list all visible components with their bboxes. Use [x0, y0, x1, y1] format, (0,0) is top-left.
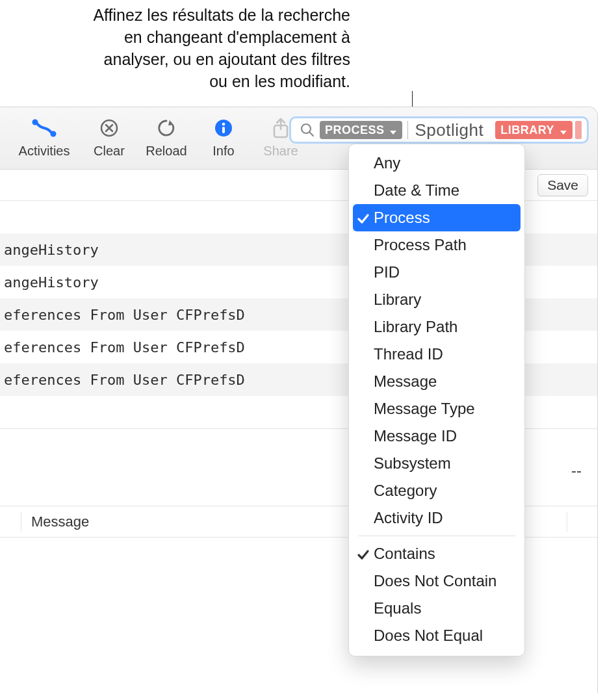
menu-item[interactable]: Process Path: [353, 231, 521, 259]
menu-item[interactable]: Process: [353, 204, 521, 231]
search-value-text: Spotlight: [415, 120, 483, 140]
callout-line: ou en les modifiant.: [209, 72, 350, 90]
menu-item[interactable]: Message: [353, 368, 521, 395]
menu-item[interactable]: Does Not Contain: [353, 567, 521, 595]
menu-item[interactable]: Library: [353, 286, 521, 313]
menu-item[interactable]: Contains: [353, 540, 521, 567]
activities-icon: [31, 116, 57, 140]
callout-line: analyser, ou en ajoutant des filtres: [104, 50, 350, 68]
menu-item[interactable]: Message ID: [353, 422, 521, 450]
svg-rect-5: [222, 127, 225, 133]
log-text: angeHistory: [4, 242, 99, 258]
search-field[interactable]: PROCESS Spotlight LIBRARY: [289, 116, 589, 144]
check-icon: [357, 547, 370, 560]
menu-item-label: Message: [374, 372, 437, 391]
menu-item[interactable]: Message Type: [353, 395, 521, 422]
menu-item-label: Message Type: [374, 400, 475, 418]
menu-item[interactable]: Date & Time: [353, 177, 521, 204]
info-label: Info: [212, 144, 234, 159]
menu-item[interactable]: Category: [353, 477, 521, 504]
log-text: eferences From User CFPrefsD: [4, 339, 245, 356]
reload-label: Reload: [146, 144, 187, 159]
share-label: Share: [263, 144, 298, 159]
filter-token-library-label: LIBRARY: [500, 123, 554, 137]
menu-item[interactable]: Thread ID: [353, 341, 521, 368]
log-text: eferences From User CFPrefsD: [4, 372, 245, 388]
filter-token-process-label: PROCESS: [325, 123, 385, 137]
callout-line: en changeant d'emplacement à: [124, 28, 350, 46]
menu-item[interactable]: Activity ID: [353, 504, 521, 532]
menu-item-label: Equals: [374, 599, 421, 617]
chevron-down-icon: [560, 126, 567, 134]
activities-button[interactable]: Activities: [8, 116, 81, 166]
menu-item[interactable]: Equals: [353, 595, 521, 622]
console-window: Activities Clear Reload: [0, 107, 598, 693]
filter-token-process[interactable]: PROCESS: [320, 121, 403, 139]
callout-line: Affinez les résultats de la recherche: [93, 6, 350, 24]
menu-item[interactable]: Any: [353, 149, 521, 177]
share-icon: [271, 116, 290, 140]
svg-point-4: [222, 123, 225, 126]
menu-item[interactable]: Library Path: [353, 313, 521, 341]
search-value[interactable]: Spotlight: [407, 121, 490, 139]
menu-item-label: Does Not Contain: [374, 572, 496, 590]
reload-button[interactable]: Reload: [138, 116, 195, 166]
search-icon: [300, 123, 315, 137]
menu-item-label: Date & Time: [374, 181, 459, 200]
menu-item-label: Process Path: [374, 236, 467, 254]
menu-item-label: Does Not Equal: [374, 627, 483, 645]
detail-placeholder: --: [571, 461, 582, 480]
log-text: eferences From User CFPrefsD: [4, 307, 245, 323]
menu-item-label: Process: [374, 209, 430, 227]
menu-item-label: Thread ID: [374, 345, 443, 363]
clear-icon: [99, 116, 119, 140]
menu-item[interactable]: Subsystem: [353, 450, 521, 477]
menu-item-label: PID: [374, 263, 400, 281]
reload-icon: [157, 116, 176, 140]
check-icon: [357, 211, 370, 224]
info-icon: [214, 116, 233, 140]
chevron-down-icon: [389, 126, 397, 134]
filter-token-library[interactable]: LIBRARY: [495, 121, 573, 139]
menu-item-label: Library: [374, 291, 421, 309]
menu-item-label: Activity ID: [374, 509, 443, 527]
menu-item[interactable]: Does Not Equal: [353, 622, 521, 649]
save-button-label: Save: [547, 177, 578, 192]
menu-item[interactable]: PID: [353, 259, 521, 286]
clear-label: Clear: [94, 144, 125, 159]
menu-item-label: Library Path: [374, 318, 457, 336]
log-text: angeHistory: [4, 274, 99, 291]
save-button[interactable]: Save: [537, 174, 588, 196]
menu-item-label: Subsystem: [374, 454, 451, 473]
activities-label: Activities: [19, 144, 70, 159]
message-header-label: Message: [31, 513, 89, 530]
filter-token-library-edge: [575, 121, 582, 139]
clear-button[interactable]: Clear: [81, 116, 138, 166]
help-callout: Affinez les résultats de la recherche en…: [0, 0, 605, 92]
info-button[interactable]: Info: [195, 116, 252, 166]
menu-item-label: Any: [374, 154, 400, 172]
menu-item-label: Contains: [374, 545, 435, 563]
menu-separator: [358, 536, 515, 536]
menu-item-label: Category: [374, 482, 437, 500]
menu-item-label: Message ID: [374, 427, 457, 445]
filter-dropdown-menu: AnyDate & TimeProcessProcess PathPIDLibr…: [348, 144, 525, 656]
